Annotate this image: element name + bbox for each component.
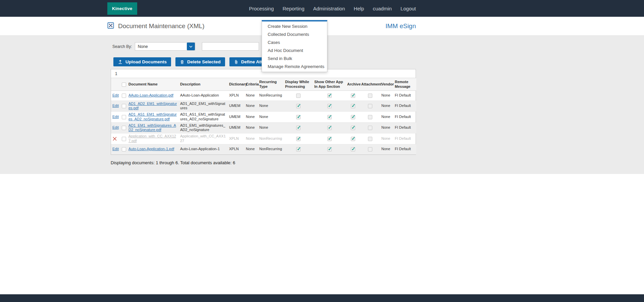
archive-checkbox — [351, 94, 355, 98]
criteria-cell: None — [245, 90, 258, 101]
upload-documents-label: Upload Documents — [125, 59, 167, 64]
remote-message-cell: FI Default — [393, 101, 416, 112]
nav-item-processing[interactable]: Processing — [245, 6, 278, 11]
archive-checkbox — [351, 137, 355, 141]
vendor-cell: None — [380, 90, 393, 101]
document-name-link[interactable]: Application_with_CC_AXX127.pdf — [128, 134, 176, 143]
nav-item-logout[interactable]: Logout — [396, 6, 416, 11]
nav-item-administration[interactable]: Administration — [309, 6, 350, 11]
recurring-type-cell: None — [258, 112, 284, 123]
column-header-document-name: Document Name — [127, 78, 179, 90]
dictionary-cell: UMEM — [228, 101, 245, 112]
menu-item-send-in-bulk[interactable]: Send in Bulk — [262, 55, 327, 63]
archive-checkbox — [351, 115, 355, 119]
app-brand: IMM eSign — [385, 22, 416, 30]
pagination-page-1[interactable]: 1 — [113, 71, 119, 77]
menu-item-manage-remote-agreements[interactable]: Manage Remote Agreements — [262, 63, 327, 71]
table-row: Edit AD1_EM1_withSignatures_AD2_noSignat… — [111, 122, 416, 133]
table-header-row: Document Name Description Dictionary Cri… — [111, 78, 416, 90]
select-all-checkbox[interactable] — [122, 82, 126, 87]
document-name-link[interactable]: AD1_AS1_EM1_withSignatures_AD2_noSignatu… — [128, 112, 177, 121]
table-row: Edit Auto-Loan-Application-1.pdf Auto-Lo… — [111, 144, 416, 154]
footer-bar — [0, 294, 644, 302]
table-row: Application_with_CC_AXX127.pdf Applicati… — [111, 133, 416, 144]
processing-dropdown-menu: Create New Session Collected Documents C… — [262, 20, 327, 72]
recurring-type-cell: None — [258, 122, 284, 133]
column-header-attachment: Attachment — [360, 78, 380, 90]
show-other-app-checkbox — [327, 126, 332, 130]
menu-item-ad-hoc-document[interactable]: Ad Hoc Document — [262, 47, 327, 55]
row-select-checkbox[interactable] — [122, 94, 126, 98]
criteria-cell: None — [245, 101, 258, 112]
chevron-down-icon — [187, 43, 195, 50]
column-header-show-other-app: Show Other App In App Section — [313, 78, 346, 90]
vendor-cell: None — [380, 122, 393, 133]
document-name-link[interactable]: AD1_EM1_withSignatures_AD2_noSignature.p… — [128, 123, 176, 132]
row-select-checkbox[interactable] — [122, 147, 126, 152]
nav-item-help[interactable]: Help — [350, 6, 369, 11]
description-cell: AAuto-Loan-Application — [179, 90, 228, 101]
recurring-type-cell: NonRecurring — [258, 90, 284, 101]
menu-item-create-new-session[interactable]: Create New Session — [262, 22, 327, 31]
documents-table-panel: 1 Document Name Description Dictionary C… — [111, 69, 416, 155]
criteria-cell: None — [245, 112, 258, 123]
display-while-processing-checkbox — [296, 104, 301, 108]
row-select-checkbox[interactable] — [122, 115, 126, 119]
row-select-checkbox[interactable] — [122, 126, 126, 130]
column-header-dictionary: Dictionary — [228, 78, 245, 90]
search-by-select[interactable]: None — [135, 42, 195, 51]
recurring-type-cell: NonRecurring — [258, 133, 284, 144]
display-while-processing-checkbox — [296, 94, 301, 98]
criteria-cell: None — [245, 122, 258, 133]
menu-item-collected-documents[interactable]: Collected Documents — [262, 31, 327, 39]
attachment-checkbox — [368, 147, 372, 152]
vendor-cell: None — [380, 133, 393, 144]
display-while-processing-checkbox — [296, 115, 301, 119]
column-header-remote-message: Remote Message — [393, 78, 416, 90]
edit-link[interactable]: Edit — [112, 147, 119, 151]
dictionary-cell: UMEM — [228, 112, 245, 123]
nav-links: Processing Reporting Administration Help… — [245, 6, 416, 11]
document-name-link[interactable]: AAuto-Loan-Application.pdf — [128, 93, 173, 97]
vendor-cell: None — [380, 144, 393, 154]
column-header-recurring-type: Recurring Type — [258, 78, 284, 90]
row-select-checkbox[interactable] — [122, 104, 126, 108]
vendor-cell: None — [380, 112, 393, 123]
kinective-logo[interactable]: Kinective — [107, 2, 137, 15]
archive-checkbox — [351, 126, 355, 130]
show-other-app-checkbox — [327, 104, 332, 108]
display-while-processing-checkbox — [296, 126, 301, 130]
dictionary-cell: XPLN — [228, 144, 245, 154]
attachment-checkbox — [368, 126, 372, 130]
nav-item-user-cuadmin[interactable]: cuadmin — [368, 6, 396, 11]
nav-item-reporting[interactable]: Reporting — [278, 6, 309, 11]
description-cell: Application_with_CC_AXX127 — [179, 133, 228, 144]
document-name-link[interactable]: AD1_AD2_EM1_withSignatures.pdf — [128, 102, 177, 110]
attachment-checkbox — [368, 94, 372, 98]
edit-link[interactable]: Edit — [112, 125, 119, 129]
document-name-link[interactable]: Auto-Loan-Application-1.pdf — [128, 147, 174, 151]
show-other-app-checkbox — [327, 147, 332, 152]
archive-checkbox — [351, 104, 355, 108]
table-row: Edit AAuto-Loan-Application.pdf AAuto-Lo… — [111, 90, 416, 101]
edit-link[interactable]: Edit — [112, 115, 119, 119]
upload-documents-button[interactable]: Upload Documents — [113, 57, 171, 66]
trash-icon — [180, 60, 184, 64]
search-by-selected-value: None — [135, 43, 187, 50]
remote-message-cell: FI Default — [393, 133, 416, 144]
search-input[interactable] — [202, 42, 259, 51]
edit-link[interactable]: Edit — [112, 93, 119, 97]
menu-item-cases[interactable]: Cases — [262, 39, 327, 47]
row-select-checkbox[interactable] — [122, 137, 126, 141]
documents-summary: Displaying documents: 1 through 6. Total… — [111, 160, 416, 165]
top-nav: Kinective Processing Reporting Administr… — [0, 0, 644, 17]
remote-message-cell: FI Default — [393, 112, 416, 123]
remote-message-cell: FI Default — [393, 122, 416, 133]
attachment-checkbox — [368, 115, 372, 119]
marked-for-deletion-icon[interactable] — [112, 136, 117, 141]
delete-selected-button[interactable]: Delete Selected — [175, 57, 225, 66]
edit-link[interactable]: Edit — [112, 104, 119, 108]
description-cell: Auto-Loan-Application-1 — [179, 144, 228, 154]
recurring-type-cell: NonRecurring — [258, 144, 284, 154]
column-header-vendor: Vendor — [380, 78, 393, 90]
